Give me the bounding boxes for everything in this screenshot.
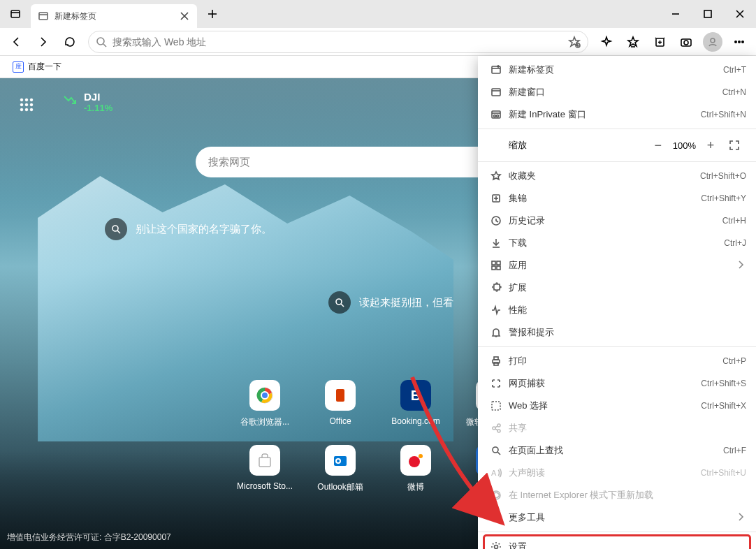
svg-rect-77 [492, 402, 500, 410]
svg-point-27 [739, 41, 740, 42]
extensions-shortcut-button[interactable] [594, 29, 619, 54]
quick-link[interactable]: Office [303, 380, 378, 428]
menu-item-label: 新建标签页 [509, 64, 723, 76]
bookmark-label: 百度一下 [28, 61, 61, 73]
collections-button[interactable] [647, 29, 672, 54]
svg-rect-2 [39, 13, 48, 20]
menu-item[interactable]: 历史记录Ctrl+H [478, 210, 756, 232]
news-chip[interactable]: 读起来挺别扭，但看 [328, 291, 453, 314]
profile-button[interactable] [700, 29, 725, 54]
news-search-icon [328, 291, 351, 314]
svg-point-80 [497, 430, 500, 432]
menu-item-label: Web 选择 [509, 400, 701, 412]
zoom-in-button[interactable]: + [699, 135, 722, 156]
menu-item[interactable]: 在页面上查找Ctrl+F [478, 439, 756, 462]
maximize-button[interactable] [692, 0, 724, 28]
tab-actions-button[interactable] [0, 0, 31, 28]
svg-point-78 [493, 427, 495, 430]
quick-link[interactable]: BBooking.com [378, 380, 453, 428]
menu-item-shortcut: Ctrl+T [723, 65, 746, 75]
menu-item[interactable]: 更多工具 [478, 506, 756, 529]
menu-item[interactable]: 新建窗口Ctrl+N [478, 81, 756, 103]
close-window-button[interactable] [724, 0, 756, 28]
forward-button[interactable] [31, 29, 56, 54]
newtab-icon [488, 64, 504, 75]
office-icon [332, 387, 349, 404]
quick-link-label: Booking.com [391, 416, 439, 426]
find-icon [488, 445, 504, 456]
menu-separator [478, 346, 756, 347]
menu-item[interactable]: 网页捕获Ctrl+Shift+S [478, 372, 756, 395]
quick-link[interactable]: 谷歌浏览器... [227, 380, 303, 428]
news-chip[interactable]: 别让这个国家的名字骗了你。 [105, 218, 272, 240]
pulse-icon [488, 305, 504, 316]
menu-item-label: 共享 [509, 422, 746, 434]
app-menu-button[interactable] [727, 29, 752, 54]
readaloud-icon: A [488, 467, 504, 478]
menu-item-settings[interactable]: 设置 [484, 535, 750, 549]
collections-icon [488, 193, 504, 204]
bookmark-item[interactable]: 度 百度一下 [8, 58, 66, 75]
plus-icon [207, 8, 218, 20]
menu-item[interactable]: 应用 [478, 254, 756, 277]
minimize-button[interactable] [660, 0, 692, 28]
menu-item-label: 在页面上查找 [509, 444, 723, 457]
menu-item[interactable]: 警报和提示 [478, 321, 756, 344]
new-tab-button[interactable] [201, 3, 224, 25]
close-icon [179, 10, 190, 22]
menu-item-label: 历史记录 [509, 214, 722, 227]
quick-link-label: 谷歌浏览器... [240, 416, 289, 428]
refresh-button[interactable] [57, 29, 82, 54]
tab-overview-icon [10, 8, 21, 20]
menu-item-label: 新建 InPrivate 窗口 [509, 108, 701, 121]
window-controls [660, 0, 756, 28]
zoom-label: 缩放 [509, 139, 527, 152]
svg-line-82 [495, 429, 498, 430]
quick-link[interactable]: Outlook邮箱 [303, 445, 378, 493]
share-icon [488, 423, 504, 434]
menu-item[interactable]: 下载Ctrl+J [478, 232, 756, 254]
star-icon [488, 170, 504, 182]
svg-rect-9 [704, 10, 711, 17]
favorite-add-icon[interactable] [568, 36, 581, 48]
favorites-button[interactable] [620, 29, 646, 54]
window-icon [488, 87, 504, 98]
inprivate-icon [488, 109, 504, 120]
quick-link[interactable]: Microsoft Sto... [227, 445, 303, 493]
fullscreen-icon [729, 140, 740, 151]
svg-rect-53 [492, 66, 500, 73]
menu-item[interactable]: Web 选择Ctrl+Shift+X [478, 395, 756, 417]
back-button[interactable] [4, 29, 29, 54]
address-bar[interactable] [88, 31, 588, 53]
menu-separator [478, 129, 756, 129]
menu-item[interactable]: 性能 [478, 299, 756, 321]
quick-link-label: Office [329, 416, 351, 426]
stock-widget[interactable]: DJI -1.11% [61, 91, 112, 113]
store-icon [256, 452, 273, 469]
menu-item[interactable]: 新建标签页Ctrl+T [478, 59, 756, 81]
quick-link[interactable]: 微博 [378, 445, 453, 493]
menu-item[interactable]: 打印Ctrl+P [478, 350, 756, 372]
apps-launcher-button[interactable] [13, 91, 41, 119]
menu-item-shortcut: Ctrl+Shift+S [701, 379, 746, 388]
quick-link-label: Microsoft Sto... [237, 481, 293, 491]
zoom-out-button[interactable]: − [646, 135, 670, 156]
menu-item[interactable]: 新建 InPrivate 窗口Ctrl+Shift+N [478, 103, 756, 126]
menu-item-shortcut: Ctrl+H [722, 216, 746, 226]
select-icon [488, 400, 504, 411]
address-input[interactable] [112, 36, 562, 47]
svg-point-49 [337, 460, 340, 462]
menu-item[interactable]: 集锦Ctrl+Shift+Y [478, 187, 756, 210]
screenshot-button[interactable] [674, 29, 699, 54]
search-placeholder: 搜索网页 [208, 156, 250, 169]
menu-item[interactable]: 扩展 [478, 277, 756, 299]
tab-close-button[interactable] [179, 10, 190, 22]
fullscreen-button[interactable] [722, 135, 746, 156]
browser-tab[interactable]: 新建标签页 [31, 4, 197, 28]
menu-item-label: 新建窗口 [509, 86, 722, 98]
app-menu-dropdown: 新建标签页Ctrl+T新建窗口Ctrl+N新建 InPrivate 窗口Ctrl… [478, 56, 756, 549]
menu-item[interactable]: 收藏夹Ctrl+Shift+O [478, 165, 756, 187]
svg-point-29 [20, 98, 23, 101]
svg-point-33 [25, 103, 28, 106]
menu-item-label: 扩展 [509, 281, 746, 294]
